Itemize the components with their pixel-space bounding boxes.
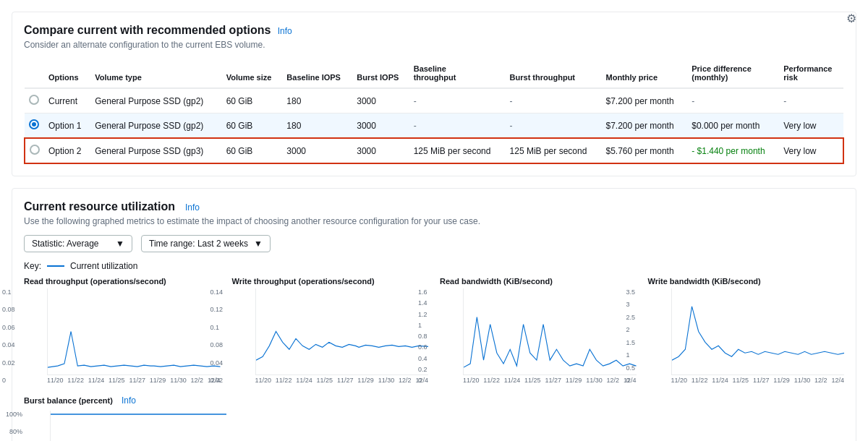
- col-perf-risk: Performancerisk: [779, 59, 843, 88]
- burst-throughput-option2: 125 MiB per second: [506, 138, 602, 163]
- table-row: Option 1 General Purpose SSD (gp2) 60 Gi…: [25, 114, 843, 139]
- burst-chart-wrapper: 100%80%60%40%20%0% 11/2011/2211/2411/251…: [24, 411, 226, 441]
- write-bw-chart-area: [671, 288, 845, 375]
- burst-title: Burst balance (percent): [24, 396, 113, 405]
- perf-risk-option1: Very low: [779, 114, 843, 139]
- volume-type-current: General Purpose SSD (gp2): [90, 88, 221, 114]
- burst-iops-option1: 3000: [352, 114, 409, 139]
- utilization-title: Current resource utilization: [24, 200, 175, 213]
- monthly-price-option1: $7.200 per month: [602, 114, 688, 139]
- monthly-price-option2: $5.760 per month: [602, 138, 688, 163]
- statistic-label: Statistic: Average: [32, 239, 99, 249]
- compare-info-link[interactable]: Info: [278, 26, 292, 36]
- burst-iops-current: 3000: [352, 88, 409, 114]
- gear-icon[interactable]: ⚙: [846, 12, 856, 25]
- write-bw-x-labels: 11/2011/2211/2411/2511/2711/2911/3012/21…: [671, 377, 845, 384]
- burst-chart-area: [50, 411, 226, 441]
- volume-type-option2: General Purpose SSD (gp3): [90, 138, 221, 163]
- col-baseline-throughput: Baselinethroughput: [409, 59, 506, 88]
- burst-throughput-option1: -: [506, 114, 602, 139]
- compare-section: Compare current with recommended options…: [12, 12, 856, 176]
- compare-title: Compare current with recommended options: [24, 24, 271, 36]
- burst-info-link[interactable]: Info: [122, 395, 136, 406]
- read-bw-y-labels: 1.61.41.210.80.60.40.20: [418, 288, 427, 384]
- col-options: Options: [44, 59, 90, 88]
- key-label-prefix: Key:: [24, 261, 41, 271]
- col-baseline-iops: Baseline IOPS: [282, 59, 352, 88]
- utilization-info-link[interactable]: Info: [185, 202, 200, 213]
- charts-grid: Read throughput (operations/second) 0.10…: [24, 277, 844, 384]
- write-y-labels: 0.140.120.10.080.040.02: [210, 288, 224, 384]
- utilization-section: Current resource utilization Info Use th…: [12, 188, 856, 441]
- volume-size-current: 60 GiB: [222, 88, 283, 114]
- radio-option1[interactable]: [25, 114, 44, 139]
- burst-throughput-current: -: [506, 88, 602, 114]
- write-throughput-title: Write throughput (operations/second): [232, 277, 429, 286]
- option-option2: Option 2: [44, 138, 90, 163]
- table-row: Option 2 General Purpose SSD (gp3) 60 Gi…: [25, 138, 843, 163]
- read-throughput-title: Read throughput (operations/second): [24, 277, 221, 286]
- write-x-labels: 11/2011/2211/2411/2511/2711/2911/3012/21…: [255, 377, 429, 384]
- burst-iops-option2: 3000: [352, 138, 409, 163]
- compare-subtitle: Consider an alternate configuration to t…: [24, 40, 844, 50]
- burst-y-labels: 100%80%60%40%20%0%: [0, 411, 22, 441]
- write-throughput-chart: Write throughput (operations/second) 0.1…: [232, 277, 429, 384]
- compare-table: Options Volume type Volume size Baseline…: [24, 59, 844, 164]
- write-chart-area: [255, 288, 429, 375]
- perf-risk-option2: Very low: [779, 138, 843, 163]
- write-bandwidth-title: Write bandwidth (KiB/second): [648, 277, 845, 286]
- perf-risk-current: -: [779, 88, 843, 114]
- volume-size-option1: 60 GiB: [222, 114, 283, 139]
- col-monthly-price: Monthly price: [602, 59, 688, 88]
- read-chart-area: [47, 288, 221, 375]
- read-bw-chart-area: [463, 288, 637, 375]
- baseline-throughput-option2: 125 MiB per second: [409, 138, 506, 163]
- chart-key: Key: Current utilization: [24, 261, 844, 271]
- utilization-subtitle: Use the following graphed metrics to est…: [24, 216, 844, 226]
- radio-option2[interactable]: [25, 138, 44, 163]
- burst-balance-section: Burst balance (percent) Info 100%80%60%4…: [24, 395, 844, 441]
- read-bandwidth-chart: Read bandwidth (KiB/second) 1.61.41.210.…: [440, 277, 637, 384]
- volume-size-option2: 60 GiB: [222, 138, 283, 163]
- price-diff-current: -: [687, 88, 779, 114]
- baseline-iops-option1: 180: [282, 114, 352, 139]
- col-price-diff: Price difference(monthly): [687, 59, 779, 88]
- radio-current[interactable]: [25, 88, 44, 114]
- read-bandwidth-title: Read bandwidth (KiB/second): [440, 277, 637, 286]
- time-range-dropdown[interactable]: Time range: Last 2 weeks ▼: [141, 235, 271, 252]
- stat-dropdown-arrow: ▼: [116, 239, 124, 249]
- read-x-labels: 11/2011/2211/2411/2511/2711/2911/3012/21…: [47, 377, 221, 384]
- baseline-iops-option2: 3000: [282, 138, 352, 163]
- col-burst-throughput: Burst throughput: [506, 59, 602, 88]
- key-line-icon: [47, 265, 64, 267]
- option-option1: Option 1: [44, 114, 90, 139]
- monthly-price-current: $7.200 per month: [602, 88, 688, 114]
- write-bw-y-labels: 3.532.521.510.50: [626, 288, 636, 384]
- read-throughput-chart: Read throughput (operations/second) 0.10…: [24, 277, 221, 384]
- col-radio: [25, 59, 44, 88]
- volume-type-option1: General Purpose SSD (gp2): [90, 114, 221, 139]
- baseline-iops-current: 180: [282, 88, 352, 114]
- time-range-label: Time range: Last 2 weeks: [149, 239, 248, 249]
- baseline-throughput-current: -: [409, 88, 506, 114]
- statistic-dropdown[interactable]: Statistic: Average ▼: [24, 235, 132, 252]
- read-bw-x-labels: 11/2011/2211/2411/2511/2711/2911/3012/21…: [463, 377, 637, 384]
- time-dropdown-arrow: ▼: [254, 239, 263, 249]
- price-diff-option1: $0.000 per month: [687, 114, 779, 139]
- write-bandwidth-chart: Write bandwidth (KiB/second) 3.532.521.5…: [648, 277, 845, 384]
- col-volume-type: Volume type: [90, 59, 221, 88]
- table-header-row: Options Volume type Volume size Baseline…: [25, 59, 843, 88]
- table-row: Current General Purpose SSD (gp2) 60 GiB…: [25, 88, 843, 114]
- price-diff-option2: - $1.440 per month: [687, 138, 779, 163]
- option-current: Current: [44, 88, 90, 114]
- col-volume-size: Volume size: [222, 59, 283, 88]
- col-burst-iops: Burst IOPS: [352, 59, 409, 88]
- key-label: Current utilization: [70, 261, 137, 271]
- read-y-labels: 0.10.080.060.040.020: [2, 288, 15, 384]
- baseline-throughput-option1: -: [409, 114, 506, 139]
